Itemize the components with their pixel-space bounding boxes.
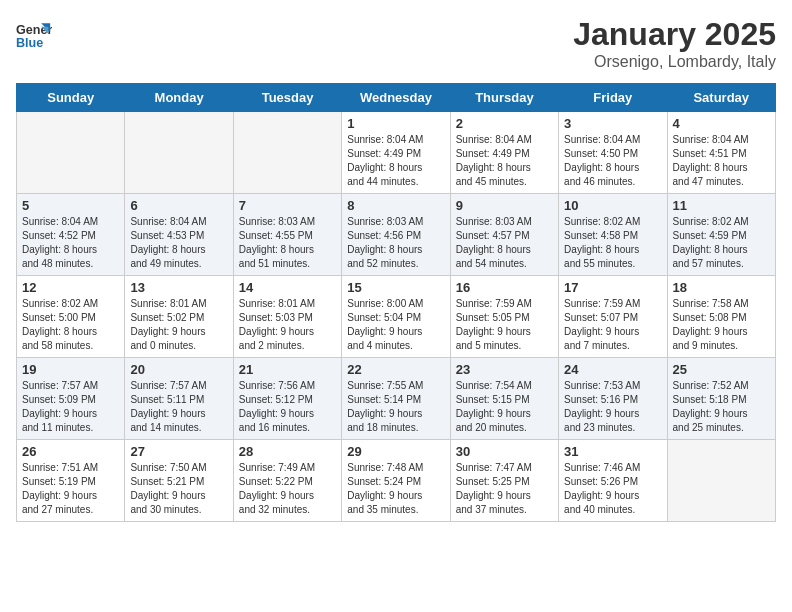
calendar-cell: 8Sunrise: 8:03 AM Sunset: 4:56 PM Daylig… <box>342 194 450 276</box>
day-number: 1 <box>347 116 444 131</box>
calendar-cell: 16Sunrise: 7:59 AM Sunset: 5:05 PM Dayli… <box>450 276 558 358</box>
calendar-cell: 19Sunrise: 7:57 AM Sunset: 5:09 PM Dayli… <box>17 358 125 440</box>
calendar-week-row: 12Sunrise: 8:02 AM Sunset: 5:00 PM Dayli… <box>17 276 776 358</box>
day-info: Sunrise: 8:04 AM Sunset: 4:49 PM Dayligh… <box>347 133 444 189</box>
calendar-cell <box>17 112 125 194</box>
day-info: Sunrise: 8:00 AM Sunset: 5:04 PM Dayligh… <box>347 297 444 353</box>
day-number: 21 <box>239 362 336 377</box>
calendar-title: January 2025 <box>573 16 776 53</box>
day-number: 6 <box>130 198 227 213</box>
day-number: 12 <box>22 280 119 295</box>
day-number: 23 <box>456 362 553 377</box>
day-number: 29 <box>347 444 444 459</box>
calendar-cell <box>125 112 233 194</box>
calendar-cell: 15Sunrise: 8:00 AM Sunset: 5:04 PM Dayli… <box>342 276 450 358</box>
calendar-cell <box>233 112 341 194</box>
day-number: 19 <box>22 362 119 377</box>
calendar-cell: 24Sunrise: 7:53 AM Sunset: 5:16 PM Dayli… <box>559 358 667 440</box>
calendar-cell: 30Sunrise: 7:47 AM Sunset: 5:25 PM Dayli… <box>450 440 558 522</box>
day-number: 28 <box>239 444 336 459</box>
calendar-cell: 5Sunrise: 8:04 AM Sunset: 4:52 PM Daylig… <box>17 194 125 276</box>
calendar-cell: 31Sunrise: 7:46 AM Sunset: 5:26 PM Dayli… <box>559 440 667 522</box>
day-info: Sunrise: 7:48 AM Sunset: 5:24 PM Dayligh… <box>347 461 444 517</box>
calendar-cell: 4Sunrise: 8:04 AM Sunset: 4:51 PM Daylig… <box>667 112 775 194</box>
svg-text:Blue: Blue <box>16 36 43 50</box>
calendar-cell: 29Sunrise: 7:48 AM Sunset: 5:24 PM Dayli… <box>342 440 450 522</box>
day-info: Sunrise: 7:53 AM Sunset: 5:16 PM Dayligh… <box>564 379 661 435</box>
day-number: 17 <box>564 280 661 295</box>
day-info: Sunrise: 7:55 AM Sunset: 5:14 PM Dayligh… <box>347 379 444 435</box>
day-header-sunday: Sunday <box>17 84 125 112</box>
calendar-cell: 7Sunrise: 8:03 AM Sunset: 4:55 PM Daylig… <box>233 194 341 276</box>
day-info: Sunrise: 7:51 AM Sunset: 5:19 PM Dayligh… <box>22 461 119 517</box>
day-number: 11 <box>673 198 770 213</box>
day-number: 13 <box>130 280 227 295</box>
day-number: 20 <box>130 362 227 377</box>
day-info: Sunrise: 8:03 AM Sunset: 4:56 PM Dayligh… <box>347 215 444 271</box>
day-number: 4 <box>673 116 770 131</box>
day-number: 7 <box>239 198 336 213</box>
day-info: Sunrise: 7:59 AM Sunset: 5:05 PM Dayligh… <box>456 297 553 353</box>
day-info: Sunrise: 7:59 AM Sunset: 5:07 PM Dayligh… <box>564 297 661 353</box>
day-number: 22 <box>347 362 444 377</box>
day-info: Sunrise: 7:57 AM Sunset: 5:09 PM Dayligh… <box>22 379 119 435</box>
calendar-cell: 11Sunrise: 8:02 AM Sunset: 4:59 PM Dayli… <box>667 194 775 276</box>
day-info: Sunrise: 7:54 AM Sunset: 5:15 PM Dayligh… <box>456 379 553 435</box>
day-info: Sunrise: 7:46 AM Sunset: 5:26 PM Dayligh… <box>564 461 661 517</box>
day-info: Sunrise: 7:57 AM Sunset: 5:11 PM Dayligh… <box>130 379 227 435</box>
page-header: General Blue January 2025 Orsenigo, Lomb… <box>16 16 776 71</box>
day-info: Sunrise: 8:01 AM Sunset: 5:02 PM Dayligh… <box>130 297 227 353</box>
day-info: Sunrise: 7:49 AM Sunset: 5:22 PM Dayligh… <box>239 461 336 517</box>
day-number: 8 <box>347 198 444 213</box>
day-info: Sunrise: 7:56 AM Sunset: 5:12 PM Dayligh… <box>239 379 336 435</box>
day-info: Sunrise: 8:02 AM Sunset: 4:58 PM Dayligh… <box>564 215 661 271</box>
calendar-cell: 22Sunrise: 7:55 AM Sunset: 5:14 PM Dayli… <box>342 358 450 440</box>
day-header-thursday: Thursday <box>450 84 558 112</box>
logo-icon: General Blue <box>16 16 52 52</box>
calendar-cell: 18Sunrise: 7:58 AM Sunset: 5:08 PM Dayli… <box>667 276 775 358</box>
day-number: 18 <box>673 280 770 295</box>
day-header-tuesday: Tuesday <box>233 84 341 112</box>
day-number: 15 <box>347 280 444 295</box>
day-info: Sunrise: 8:04 AM Sunset: 4:49 PM Dayligh… <box>456 133 553 189</box>
day-header-saturday: Saturday <box>667 84 775 112</box>
day-info: Sunrise: 8:02 AM Sunset: 4:59 PM Dayligh… <box>673 215 770 271</box>
calendar-cell: 23Sunrise: 7:54 AM Sunset: 5:15 PM Dayli… <box>450 358 558 440</box>
day-info: Sunrise: 8:04 AM Sunset: 4:52 PM Dayligh… <box>22 215 119 271</box>
calendar-cell: 1Sunrise: 8:04 AM Sunset: 4:49 PM Daylig… <box>342 112 450 194</box>
calendar-week-row: 1Sunrise: 8:04 AM Sunset: 4:49 PM Daylig… <box>17 112 776 194</box>
calendar-week-row: 19Sunrise: 7:57 AM Sunset: 5:09 PM Dayli… <box>17 358 776 440</box>
calendar-cell: 17Sunrise: 7:59 AM Sunset: 5:07 PM Dayli… <box>559 276 667 358</box>
calendar-cell: 2Sunrise: 8:04 AM Sunset: 4:49 PM Daylig… <box>450 112 558 194</box>
calendar-cell: 25Sunrise: 7:52 AM Sunset: 5:18 PM Dayli… <box>667 358 775 440</box>
day-number: 31 <box>564 444 661 459</box>
day-info: Sunrise: 8:04 AM Sunset: 4:50 PM Dayligh… <box>564 133 661 189</box>
day-number: 3 <box>564 116 661 131</box>
calendar-subtitle: Orsenigo, Lombardy, Italy <box>573 53 776 71</box>
day-header-friday: Friday <box>559 84 667 112</box>
day-info: Sunrise: 7:47 AM Sunset: 5:25 PM Dayligh… <box>456 461 553 517</box>
day-number: 26 <box>22 444 119 459</box>
day-number: 16 <box>456 280 553 295</box>
logo: General Blue <box>16 16 52 52</box>
day-number: 24 <box>564 362 661 377</box>
calendar-cell: 14Sunrise: 8:01 AM Sunset: 5:03 PM Dayli… <box>233 276 341 358</box>
calendar-cell: 26Sunrise: 7:51 AM Sunset: 5:19 PM Dayli… <box>17 440 125 522</box>
day-info: Sunrise: 8:02 AM Sunset: 5:00 PM Dayligh… <box>22 297 119 353</box>
calendar-cell: 3Sunrise: 8:04 AM Sunset: 4:50 PM Daylig… <box>559 112 667 194</box>
calendar-cell: 10Sunrise: 8:02 AM Sunset: 4:58 PM Dayli… <box>559 194 667 276</box>
day-number: 14 <box>239 280 336 295</box>
calendar-cell: 21Sunrise: 7:56 AM Sunset: 5:12 PM Dayli… <box>233 358 341 440</box>
calendar-cell: 12Sunrise: 8:02 AM Sunset: 5:00 PM Dayli… <box>17 276 125 358</box>
day-number: 2 <box>456 116 553 131</box>
calendar-header-row: SundayMondayTuesdayWednesdayThursdayFrid… <box>17 84 776 112</box>
day-info: Sunrise: 7:58 AM Sunset: 5:08 PM Dayligh… <box>673 297 770 353</box>
day-info: Sunrise: 8:04 AM Sunset: 4:51 PM Dayligh… <box>673 133 770 189</box>
calendar-cell: 28Sunrise: 7:49 AM Sunset: 5:22 PM Dayli… <box>233 440 341 522</box>
day-info: Sunrise: 8:03 AM Sunset: 4:57 PM Dayligh… <box>456 215 553 271</box>
calendar-week-row: 5Sunrise: 8:04 AM Sunset: 4:52 PM Daylig… <box>17 194 776 276</box>
day-number: 30 <box>456 444 553 459</box>
day-number: 27 <box>130 444 227 459</box>
calendar-cell: 20Sunrise: 7:57 AM Sunset: 5:11 PM Dayli… <box>125 358 233 440</box>
calendar-cell: 6Sunrise: 8:04 AM Sunset: 4:53 PM Daylig… <box>125 194 233 276</box>
